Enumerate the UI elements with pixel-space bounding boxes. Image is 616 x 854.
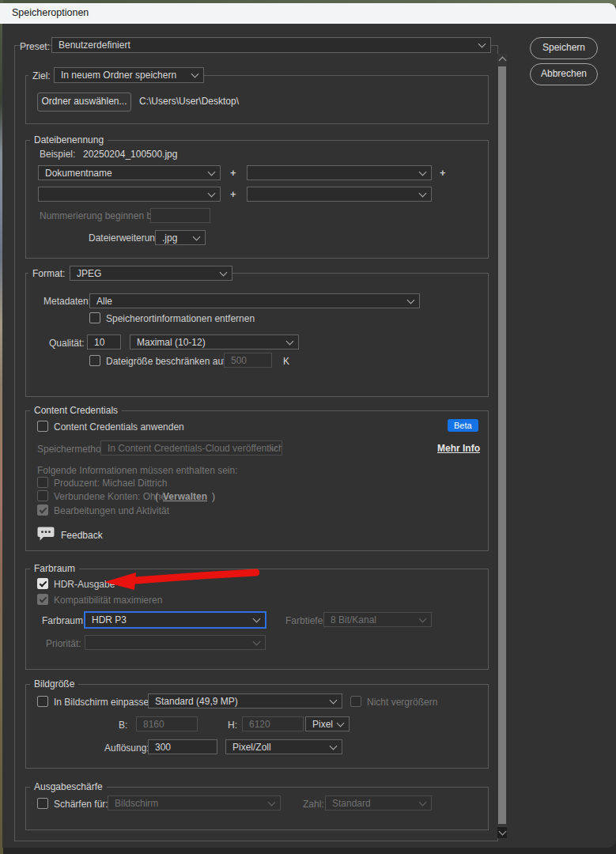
edits-activity-label: Bearbeitungen und Aktivität [54, 505, 169, 516]
fit-screen-label: In Bildschirm einpassen: [54, 697, 157, 708]
remove-location-label: Speicherortinformationen entfernen [106, 313, 255, 324]
destination-select[interactable]: In neuem Ordner speichern [54, 67, 204, 83]
preset-select[interactable]: Benutzerdefiniert [51, 37, 491, 53]
color-space-legend: Farbraum [30, 563, 79, 574]
title-bar: Speicheroptionen [0, 3, 616, 24]
plus-separator: + [230, 188, 236, 200]
producer-checkbox[interactable] [37, 477, 48, 488]
naming-token-2-select[interactable] [247, 165, 432, 180]
sharpen-for-checkbox[interactable] [37, 798, 48, 809]
numbering-input[interactable] [150, 208, 210, 223]
metadata-label: Metadaten: [43, 296, 91, 307]
scrollbar-thumb[interactable] [498, 66, 506, 824]
include-info-label: Folgende Informationen müssen enthalten … [37, 465, 238, 476]
extension-select[interactable]: .jpg [155, 230, 206, 245]
sharpen-amount-label: Zahl: [303, 799, 324, 810]
more-info-link[interactable]: Mehr Info [437, 443, 480, 454]
producer-label: Produzent: Michael Dittrich [54, 478, 167, 489]
scroll-down-button[interactable] [497, 827, 507, 838]
save-method-select[interactable]: In Content Credentials-Cloud veröffentli… [100, 440, 282, 455]
hdr-output-checkbox[interactable] [37, 578, 48, 589]
color-space-select[interactable]: HDR P3 [85, 612, 266, 628]
content-credentials-legend: Content Credentials [30, 405, 122, 416]
naming-token-4-select[interactable] [247, 187, 432, 202]
scroll-up-button[interactable] [497, 54, 507, 65]
beta-badge: Beta [448, 419, 478, 432]
no-enlarge-label: Nicht vergrößern [367, 697, 437, 708]
bit-depth-select[interactable]: 8 Bit/Kanal [323, 612, 432, 627]
format-select[interactable]: JPEG [70, 266, 232, 281]
apply-credentials-label: Content Credentials anwenden [54, 421, 184, 433]
chevron-down-icon [499, 828, 507, 836]
manage-paren-close: ) [212, 491, 215, 502]
maximize-compatibility-checkbox[interactable] [37, 594, 48, 605]
extension-label: Dateierweiterung: [89, 232, 163, 244]
quality-label: Qualität: [49, 338, 85, 349]
limit-unit-label: K [283, 356, 289, 367]
remove-location-checkbox[interactable] [89, 312, 100, 323]
limit-filesize-input[interactable]: 500 [224, 353, 272, 368]
choose-folder-button[interactable]: Ordner auswählen... [37, 93, 131, 111]
feedback-chat-icon [37, 527, 55, 542]
no-enlarge-checkbox[interactable] [350, 696, 361, 707]
example-label: Beispiel: [40, 149, 75, 160]
destination-path: C:\Users\User\Desktop\ [139, 96, 239, 107]
plus-separator: + [440, 167, 446, 179]
height-label: H: [228, 720, 237, 731]
sharpen-amount-select[interactable]: Standard [325, 795, 432, 811]
edits-activity-checkbox[interactable] [37, 504, 48, 516]
chevron-up-icon [499, 57, 507, 65]
resolution-unit-select[interactable]: Pixel/Zoll [225, 739, 342, 754]
cancel-button[interactable]: Abbrechen [530, 63, 598, 85]
quality-range-select[interactable]: Maximal (10-12) [130, 334, 299, 350]
width-label: B: [119, 720, 127, 731]
format-label: Format: [28, 268, 69, 279]
fit-screen-select[interactable]: Standard (49,9 MP) [148, 693, 342, 709]
naming-token-1-select[interactable]: Dokumentname [38, 165, 221, 180]
example-filename: 20250204_100500.jpg [83, 149, 177, 160]
numbering-label: Nummerierung beginnen bei: [40, 210, 162, 221]
quality-input[interactable]: 10 [87, 334, 121, 350]
width-input[interactable]: 8160 [136, 716, 198, 731]
feedback-button[interactable]: Feedback [37, 527, 132, 544]
connected-accounts-label: Verbundene Konten: Ohne [54, 491, 166, 502]
image-size-legend: Bildgröße [30, 678, 78, 690]
window-title: Speicheroptionen [12, 7, 89, 18]
save-options-dialog: Speicheroptionen Preset: Benutzerdefinie… [0, 0, 616, 854]
save-button[interactable]: Speichern [530, 37, 598, 59]
plus-separator: + [230, 167, 236, 179]
destination-label: Ziel: [28, 70, 55, 81]
file-naming-legend: Dateibenennung [30, 134, 108, 145]
red-arrow-annotation [101, 566, 259, 591]
naming-token-3-select[interactable] [38, 187, 221, 202]
size-unit-select[interactable]: Pixel [305, 716, 350, 731]
fit-screen-checkbox[interactable] [37, 696, 48, 707]
color-space-label: Farbraum: [42, 615, 85, 626]
priority-label: Priorität: [46, 638, 81, 649]
resolution-input[interactable]: 300 [148, 739, 217, 754]
manage-paren-open: ( [155, 491, 158, 502]
sharpen-for-select[interactable]: Bildschirm [108, 795, 281, 811]
limit-filesize-label: Dateigröße beschränken auf: [106, 356, 229, 367]
apply-credentials-checkbox[interactable] [37, 421, 48, 432]
bit-depth-label: Farbtiefe: [285, 615, 326, 626]
feedback-label: Feedback [61, 530, 103, 541]
priority-select[interactable] [85, 635, 266, 650]
height-input[interactable]: 6120 [242, 716, 304, 731]
manage-accounts-link[interactable]: Verwalten [163, 491, 207, 502]
output-sharpening-legend: Ausgabeschärfe [30, 781, 107, 792]
maximize-compatibility-label: Kompatibilität maximieren [54, 595, 162, 606]
connected-accounts-checkbox[interactable] [37, 490, 48, 501]
limit-filesize-checkbox[interactable] [89, 355, 100, 366]
resolution-label: Auflösung: [104, 743, 149, 754]
metadata-select[interactable]: Alle [89, 293, 420, 308]
sharpen-for-label: Schärfen für: [54, 799, 108, 810]
preset-label: Preset: [20, 41, 50, 52]
